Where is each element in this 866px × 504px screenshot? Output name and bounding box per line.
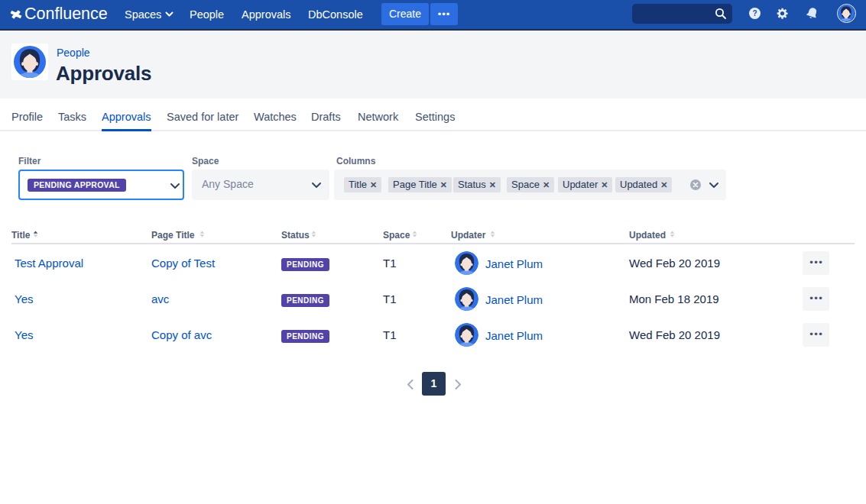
svg-text:?: ? — [752, 9, 757, 18]
